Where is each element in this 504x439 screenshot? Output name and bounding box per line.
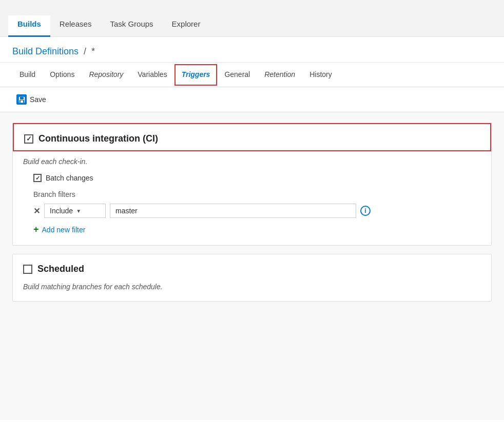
sub-nav: Build Options Repository Variables Trigg… (0, 63, 504, 87)
scheduled-checkbox[interactable] (23, 265, 32, 274)
svg-rect-1 (20, 97, 24, 99)
nav-builds[interactable]: Builds (8, 15, 50, 37)
batch-changes-checkbox[interactable] (33, 174, 42, 182)
main-content: Continuous integration (CI) Build each c… (0, 112, 504, 420)
tab-general[interactable]: General (217, 64, 257, 86)
ci-section: Continuous integration (CI) Build each c… (12, 123, 492, 246)
tab-repository[interactable]: Repository (82, 64, 130, 86)
ci-title: Continuous integration (CI) (38, 133, 158, 144)
ci-body: Build each check-in. Batch changes Branc… (13, 151, 491, 245)
toolbar: Save (0, 87, 504, 112)
add-filter-button[interactable]: + Add new filter (23, 224, 85, 235)
scheduled-subtitle: Build matching branches for each schedul… (23, 283, 481, 291)
ci-checkbox[interactable] (24, 134, 33, 144)
plus-icon: + (33, 224, 39, 235)
breadcrumb-parent[interactable]: Build Definitions (12, 46, 79, 56)
nav-releases[interactable]: Releases (50, 15, 101, 37)
scheduled-title: Scheduled (37, 264, 84, 274)
save-button[interactable]: Save (12, 92, 50, 107)
svg-rect-3 (21, 101, 23, 103)
filter-type-select[interactable]: Include ▼ (44, 204, 106, 218)
batch-changes-label: Batch changes (46, 174, 93, 182)
breadcrumb-current: * (91, 46, 95, 56)
top-nav: Builds Releases Task Groups Explorer (0, 0, 504, 37)
tab-options[interactable]: Options (43, 64, 82, 86)
add-filter-label: Add new filter (42, 226, 86, 234)
scheduled-section: Scheduled Build matching branches for ea… (12, 254, 492, 302)
ci-header: Continuous integration (CI) (13, 123, 491, 151)
ci-subtitle: Build each check-in. (23, 157, 481, 166)
tab-history[interactable]: History (302, 64, 339, 86)
branch-filter-input[interactable] (110, 204, 356, 218)
filter-row: ✕ Include ▼ i (23, 204, 481, 218)
tab-build[interactable]: Build (12, 64, 43, 86)
scheduled-header: Scheduled (13, 254, 491, 281)
chevron-down-icon: ▼ (76, 208, 81, 214)
branch-filters-label: Branch filters (23, 190, 481, 198)
tab-retention[interactable]: Retention (257, 64, 302, 86)
breadcrumb-separator: / (84, 46, 86, 56)
remove-filter-icon[interactable]: ✕ (33, 206, 40, 216)
tab-triggers[interactable]: Triggers (175, 64, 218, 86)
scheduled-body: Build matching branches for each schedul… (13, 281, 491, 301)
batch-changes-row: Batch changes (23, 174, 481, 182)
save-label: Save (30, 95, 46, 104)
breadcrumb-bar: Build Definitions / * (0, 37, 504, 63)
tab-variables[interactable]: Variables (130, 64, 174, 86)
save-icon (16, 94, 27, 105)
info-icon[interactable]: i (360, 206, 371, 216)
filter-type-value: Include (50, 207, 73, 215)
nav-task-groups[interactable]: Task Groups (101, 15, 162, 37)
nav-explorer[interactable]: Explorer (163, 15, 210, 37)
